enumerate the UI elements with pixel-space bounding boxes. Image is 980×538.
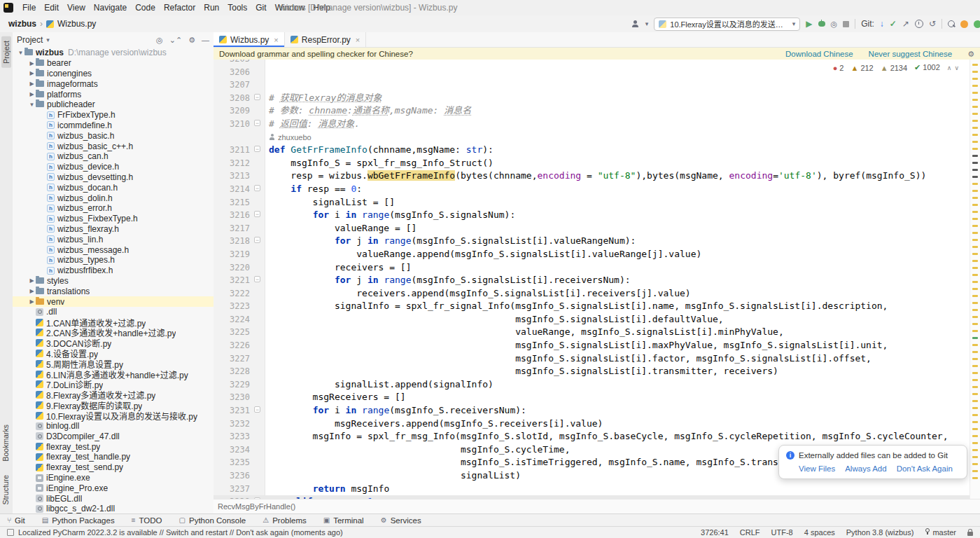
breadcrumb-project[interactable]: wizbus (8, 19, 36, 29)
code-line-3229[interactable]: 3229 signalList.append(signalInfo) (214, 378, 970, 392)
tree-item[interactable]: D3Dcompiler_47.dll (13, 431, 214, 441)
editor-tab-resperror.py[interactable]: RespError.py× (285, 32, 366, 47)
tree-item[interactable]: hwizbus_lin.h (13, 234, 214, 244)
git-commit-button[interactable]: ✓ (890, 20, 897, 28)
breadcrumb-file[interactable]: Wizbus.py (57, 19, 96, 29)
ide-update-icon[interactable] (960, 20, 968, 28)
code-line-3230[interactable]: 3230 msgReceivers = [] (214, 391, 970, 404)
code-line-3231[interactable]: 3231– for i in range(msgInfo_S.receivers… (214, 404, 970, 418)
tree-item[interactable]: hwizbus_error.h (13, 203, 214, 214)
fold-marker-icon[interactable]: – (254, 185, 260, 191)
tree-chevron-icon[interactable]: ▶ (28, 298, 36, 305)
tree-item[interactable]: hFrFixbexType.h (13, 110, 214, 120)
fold-marker-icon[interactable]: – (254, 276, 260, 282)
tree-item[interactable]: 8.Flexray多通道收发+过滤.py (13, 389, 214, 400)
tree-item[interactable]: hwizbus_flexray.h (13, 224, 214, 235)
popup-link-dont-ask[interactable]: Don't Ask Again (897, 464, 953, 473)
fold-marker-icon[interactable]: – (254, 211, 260, 217)
code-line-3221[interactable]: 3221– for j in range(msgInfo_S.signalsLi… (214, 274, 970, 287)
code-line-3213[interactable]: 3213 resp = wizbus.wbGetFrFrameInfo(byte… (214, 170, 970, 183)
chevron-down-icon[interactable]: ▾ (46, 36, 50, 43)
code-line-3212[interactable]: 3212 msgInfo_S = spxl_fr_msg_Info_Struct… (214, 157, 970, 170)
tree-item[interactable]: hwizbus_basic_c++.h (13, 141, 214, 151)
editor-bottom-breadcrumb[interactable]: RecvMsgByFrHandle() (214, 499, 980, 513)
menu-view[interactable]: View (63, 3, 90, 13)
tree-item[interactable]: 1.CAN单通道收发+过滤.py (13, 317, 214, 328)
collapse-all-icon[interactable]: ⌄⌃ (169, 36, 182, 45)
tool-window-tab-bookmarks[interactable]: Bookmarks (1, 425, 10, 462)
tree-chevron-icon[interactable]: ▼ (28, 102, 36, 108)
tree-item[interactable]: iEngine.exe (13, 473, 214, 483)
banner-link-download[interactable]: Download Chinese (785, 50, 853, 58)
tree-item[interactable]: ▶imageformats (13, 78, 214, 89)
code-with-me-icon[interactable] (974, 20, 980, 28)
tree-item[interactable]: ▶platforms (13, 89, 214, 99)
code-line-3233[interactable]: 3233 msgInfo = spxl_fr_msg_Info(msgInfo_… (214, 430, 970, 443)
tree-chevron-icon[interactable]: ▶ (28, 81, 36, 87)
indent-setting[interactable]: 4 spaces (804, 528, 835, 537)
menu-code[interactable]: Code (131, 3, 160, 13)
tree-chevron-icon[interactable]: ▶ (28, 277, 36, 284)
code-line-3217[interactable]: 3217 valueRange = [] (214, 222, 970, 235)
tree-item[interactable]: binlog.dll (13, 421, 214, 432)
caret-position[interactable]: 3726:41 (701, 528, 729, 537)
coverage-button[interactable]: ◎ (831, 20, 838, 28)
line-ending[interactable]: CRLF (740, 528, 760, 537)
fold-marker-icon[interactable]: – (254, 120, 260, 126)
tree-chevron-icon[interactable]: ▶ (28, 60, 36, 67)
code-editor[interactable]: 3205320632073208–# 获取Flexray的消息对象3209# 参… (214, 60, 980, 499)
fold-marker-icon[interactable]: – (254, 406, 260, 413)
code-line-3211[interactable]: 3211–def GetFrFrameInfo(chnname,msgName:… (214, 144, 970, 157)
close-icon[interactable]: × (274, 36, 278, 44)
tree-item[interactable]: hwizbus_types.h (13, 255, 214, 265)
tree-chevron-icon[interactable]: ▼ (17, 50, 24, 56)
banner-settings-gear-icon[interactable]: ⚙ (967, 50, 974, 59)
tree-item[interactable]: 3.DOCAN诊断.py (13, 338, 214, 348)
menu-refactor[interactable]: Refactor (160, 3, 200, 13)
code-line-3237[interactable]: 3237 return msgInfo (214, 483, 970, 496)
tool-window-tab-structure[interactable]: Structure (1, 475, 10, 505)
close-icon[interactable]: × (356, 36, 360, 44)
code-line-3223[interactable]: 3223 signalInfo = spxl_fr_signal_Info(ms… (214, 300, 970, 313)
menu-tools[interactable]: Tools (223, 3, 251, 13)
menu-file[interactable]: File (18, 3, 40, 13)
tool-window-button-git[interactable]: ⑂Git (7, 516, 25, 525)
prev-next-problem-buttons[interactable]: ∧∨ (947, 64, 962, 71)
editor-tab-wizbus.py[interactable]: Wizbus.py× (214, 32, 285, 47)
tree-item[interactable]: ▼wizbusD:\manage version\wizbus (13, 48, 214, 58)
tree-chevron-icon[interactable]: ▶ (28, 288, 36, 294)
lock-icon[interactable] (967, 532, 973, 536)
code-line-3216[interactable]: 3216– for i in range(msgInfo_S.signalsNu… (214, 209, 970, 222)
tree-item[interactable]: hwizbus_docan.h (13, 182, 214, 193)
run-button[interactable]: ▶ (806, 20, 812, 28)
run-configuration-select[interactable]: 10.Flexray设置以及消息的发送与接收 ▾ (654, 18, 800, 31)
code-line-3222[interactable]: 3222 receivers.append(msgInfo_S.signalsL… (214, 287, 970, 301)
tree-item[interactable]: iEngine_Pro.exe (13, 483, 214, 493)
code-line-3228[interactable]: 3228 msgInfo_S.signalsList[i].transmitte… (214, 365, 970, 378)
code-line-3218[interactable]: 3218– for j in range(msgInfo_S.signalsLi… (214, 235, 970, 248)
tree-item[interactable]: ▶styles (13, 276, 214, 287)
tree-item[interactable]: hicommdefine.h (13, 120, 214, 131)
file-encoding[interactable]: UTF-8 (771, 528, 793, 537)
tree-item[interactable]: hwizbus_FixbexType.h (13, 214, 214, 224)
fold-marker-icon[interactable]: – (254, 94, 260, 100)
code-line-3226[interactable]: 3226 msgInfo_S.signalsList[i].maxPhyValu… (214, 339, 970, 352)
tree-item[interactable]: flexray_test_handle.py (13, 452, 214, 462)
tree-item[interactable]: ▶translations (13, 286, 214, 296)
tree-item[interactable]: ▼publicheader (13, 99, 214, 110)
menu-run[interactable]: Run (200, 3, 223, 13)
tree-item[interactable]: 9.Flexray数据库的读取.py (13, 400, 214, 411)
python-interpreter[interactable]: Python 3.8 (wizbus) (846, 528, 914, 537)
tree-item[interactable]: hwizbus_message.h (13, 244, 214, 255)
tree-item[interactable]: flexray_test_send.py (13, 462, 214, 473)
code-line-3220[interactable]: 3220 receivers = [] (214, 261, 970, 275)
rollback-button[interactable]: ↺ (929, 20, 936, 28)
code-line-3225[interactable]: 3225 valueRange, msgInfo_S.signalsList[i… (214, 326, 970, 339)
fold-marker-icon[interactable]: – (254, 146, 260, 152)
tool-window-button-problems[interactable]: ⚠Problems (262, 516, 307, 525)
git-update-button[interactable]: ↓ (880, 20, 884, 28)
tree-item[interactable]: 2.CAN多通道收发+handle+过滤.py (13, 328, 214, 338)
popup-link-always-add[interactable]: Always Add (845, 464, 886, 473)
tree-item[interactable]: 4.设备设置.py (13, 348, 214, 359)
search-everywhere-icon[interactable] (948, 20, 955, 27)
